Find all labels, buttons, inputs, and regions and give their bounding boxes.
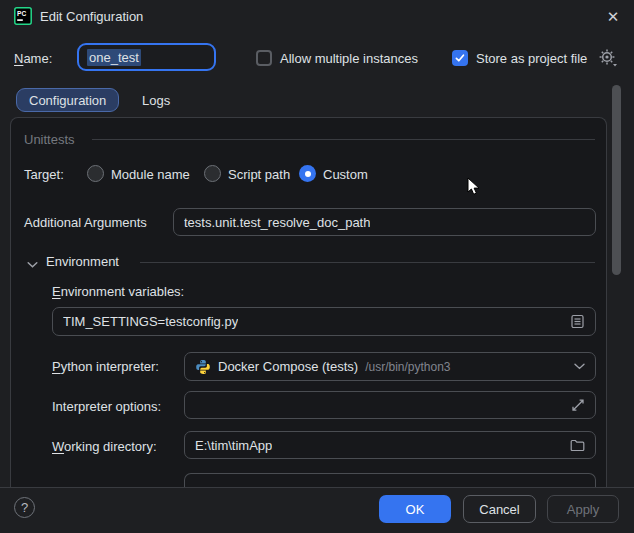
pycharm-icon: PC xyxy=(14,7,32,25)
interpreter-options-input[interactable] xyxy=(184,391,596,419)
help-icon[interactable]: ? xyxy=(14,497,35,518)
store-as-project-file-label[interactable]: Store as project file xyxy=(476,51,587,66)
allow-multiple-instances-checkbox[interactable] xyxy=(256,50,272,66)
dialog-title: Edit Configuration xyxy=(40,9,143,24)
footer xyxy=(0,487,634,533)
environment-section-title[interactable]: Environment xyxy=(46,254,119,269)
edit-configuration-dialog: PC Edit Configuration ✕ Name: one_test A… xyxy=(0,0,634,533)
allow-multiple-instances-label[interactable]: Allow multiple instances xyxy=(280,51,418,66)
radio-custom[interactable] xyxy=(299,165,316,182)
chevron-down-icon[interactable] xyxy=(27,257,38,272)
gear-icon[interactable] xyxy=(598,48,618,68)
environment-variables-input[interactable]: TIM_SETTINGS=testconfig.py xyxy=(52,307,596,336)
tab-logs[interactable]: Logs xyxy=(140,88,172,112)
folder-icon[interactable] xyxy=(570,439,585,452)
svg-text:PC: PC xyxy=(17,10,26,17)
radio-custom-label[interactable]: Custom xyxy=(323,167,368,182)
radio-module-name[interactable] xyxy=(87,165,104,182)
check-icon xyxy=(454,52,466,64)
cancel-button[interactable]: Cancel xyxy=(463,495,536,523)
unittests-section-title: Unittests xyxy=(24,132,75,147)
python-interpreter-label: Python interpreter: xyxy=(52,359,159,374)
interpreter-path: /usr/bin/python3 xyxy=(365,360,450,374)
title-bar: PC Edit Configuration ✕ xyxy=(0,0,634,32)
additional-arguments-input[interactable]: tests.unit.test_resolve_doc_path xyxy=(173,208,596,236)
apply-button: Apply xyxy=(547,495,619,523)
store-as-project-file-checkbox[interactable] xyxy=(452,50,468,66)
scrollbar-thumb[interactable] xyxy=(612,85,621,275)
additional-arguments-label: Additional Arguments xyxy=(24,215,147,230)
name-label: Name: xyxy=(14,51,52,66)
python-interpreter-select[interactable]: Docker Compose (tests) /usr/bin/python3 xyxy=(184,352,596,381)
interpreter-options-label: Interpreter options: xyxy=(52,399,161,414)
environment-variables-label: Environment variables: xyxy=(52,284,184,299)
expand-icon[interactable] xyxy=(571,398,585,412)
tab-configuration[interactable]: Configuration xyxy=(16,88,119,112)
unittests-section-divider xyxy=(92,139,595,140)
working-directory-input[interactable]: E:\tim\timApp xyxy=(184,431,596,459)
target-label: Target: xyxy=(24,167,64,182)
ok-button[interactable]: OK xyxy=(379,495,451,523)
radio-script-path-label[interactable]: Script path xyxy=(228,167,290,182)
environment-section-divider xyxy=(140,262,595,263)
next-field-partial[interactable] xyxy=(184,473,596,487)
name-input[interactable]: one_test xyxy=(77,43,216,71)
name-input-selected-text: one_test xyxy=(87,49,141,66)
python-icon xyxy=(195,359,211,375)
radio-script-path[interactable] xyxy=(204,165,221,182)
browse-variables-icon[interactable] xyxy=(570,314,585,329)
close-icon[interactable]: ✕ xyxy=(600,4,626,30)
chevron-down-icon xyxy=(574,363,585,370)
radio-module-name-label[interactable]: Module name xyxy=(111,167,190,182)
working-directory-label: Working directory: xyxy=(52,439,157,454)
